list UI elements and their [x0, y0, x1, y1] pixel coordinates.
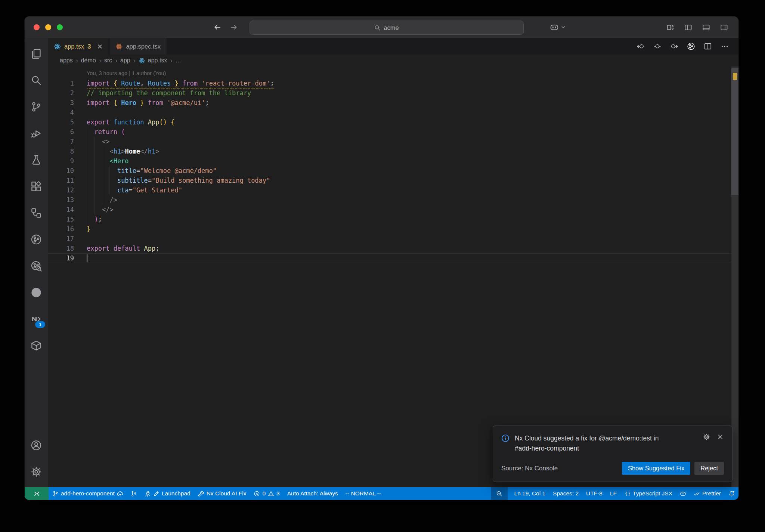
indent-guide — [102, 156, 102, 166]
activity-nx-console[interactable]: 1 — [25, 306, 48, 332]
show-suggested-fix-button[interactable]: Show Suggested Fix — [622, 462, 690, 475]
indent-guide — [87, 195, 87, 205]
vscode-window: acme 1 app.tsx3app.spec.tsx apps›demo›sr… — [25, 16, 738, 500]
minimize-window-button[interactable] — [45, 24, 51, 30]
toggle-panel-button[interactable] — [700, 21, 712, 34]
code-line-11[interactable]: 11 subtitle="Build something amazing tod… — [48, 176, 738, 185]
command-center-search[interactable]: acme — [250, 21, 524, 35]
status-git-branch[interactable]: add-hero-component — [49, 487, 127, 500]
zoom-window-button[interactable] — [57, 24, 63, 30]
line-number: 1 — [48, 78, 74, 88]
activity-manage-settings[interactable] — [25, 458, 48, 485]
status-problems[interactable]: 03 — [250, 487, 283, 500]
notification-settings-icon[interactable] — [703, 433, 710, 440]
status-gitlens-launchpad[interactable]: Launchpad — [141, 487, 194, 500]
code-text: /> — [74, 195, 117, 205]
changes-icon[interactable] — [653, 42, 662, 50]
breadcrumb-item-app[interactable]: app — [120, 57, 130, 64]
activity-accounts[interactable] — [25, 432, 48, 458]
code-text: subtitle="Build something amazing today" — [74, 176, 270, 185]
notification-close-icon[interactable] — [717, 433, 724, 440]
activity-references[interactable] — [25, 200, 48, 226]
breadcrumb-item-demo[interactable]: demo — [81, 57, 96, 64]
search-icon — [31, 75, 42, 86]
status-encoding[interactable]: UTF-8 — [582, 487, 606, 500]
code-line-10[interactable]: 10 title="Welcmoe @acme/demo" — [48, 166, 738, 176]
code-line-4[interactable]: 4 — [48, 108, 738, 117]
close-window-button[interactable] — [34, 24, 40, 30]
code-line-17[interactable]: 17 — [48, 234, 738, 244]
run-and-debug-icon — [31, 128, 42, 139]
code-line-8[interactable]: 8 <h1>Home</h1> — [48, 146, 738, 156]
previous-change-icon[interactable] — [637, 42, 645, 50]
status-vim-mode[interactable]: -- NORMAL -- — [342, 487, 385, 500]
code-line-5[interactable]: 5export function App() { — [48, 117, 738, 127]
activity-explorer[interactable] — [25, 40, 48, 67]
status-copilot[interactable] — [676, 487, 690, 500]
status-language-mode[interactable]: {}TypeScript JSX — [620, 487, 676, 500]
code-line-19[interactable]: 19 — [48, 253, 738, 263]
breadcrumb-file-label[interactable]: app.tsx — [148, 57, 167, 64]
status-auto-attach[interactable]: Auto Attach: Always — [284, 487, 342, 500]
commit-graph-graph-icon — [131, 491, 137, 497]
status-text: Spaces: 2 — [553, 490, 579, 497]
activity-edge-devtools[interactable] — [25, 279, 48, 306]
code-line-18[interactable]: 18export default App; — [48, 244, 738, 253]
forward-icon[interactable] — [230, 23, 238, 31]
code-line-15[interactable]: 15 ); — [48, 214, 738, 224]
status-notifications-bell[interactable] — [725, 487, 738, 500]
code-line-3[interactable]: 3import { Hero } from '@acme/ui'; — [48, 98, 738, 108]
info-icon — [501, 434, 510, 442]
line-number: 19 — [48, 253, 74, 263]
breadcrumb-symbol-tail[interactable]: … — [175, 57, 181, 64]
code-editor[interactable]: You, 3 hours ago | 1 author (You) 1impor… — [48, 66, 738, 487]
scrollbar-thumb[interactable] — [731, 68, 738, 195]
code-line-2[interactable]: 2// importing the component from the lib… — [48, 88, 738, 98]
status-eol[interactable]: LF — [606, 487, 620, 500]
open-source-control-graph-icon[interactable] — [687, 42, 695, 50]
traffic-lights — [34, 16, 63, 38]
status-indentation[interactable]: Spaces: 2 — [549, 487, 582, 500]
activity-run-and-debug[interactable] — [25, 120, 48, 146]
indent-guide — [94, 146, 95, 156]
code-line-16[interactable]: 16} — [48, 224, 738, 234]
toggle-primary-sidebar-button[interactable] — [682, 21, 694, 34]
activity-containers[interactable] — [25, 332, 48, 359]
activity-source-control-graph[interactable] — [25, 226, 48, 253]
status-cursor-position[interactable]: Ln 19, Col 1 — [511, 487, 549, 500]
code-line-13[interactable]: 13 /> — [48, 195, 738, 205]
status-zoom-indicator[interactable] — [491, 487, 508, 500]
manage-settings-icon — [31, 466, 42, 477]
status-formatter-prettier[interactable]: Prettier — [690, 487, 725, 500]
next-change-icon[interactable] — [670, 42, 678, 50]
copilot-menu[interactable] — [550, 16, 566, 38]
status-commit-graph[interactable] — [127, 487, 141, 500]
editor-scrollbar[interactable] — [731, 66, 738, 487]
tab-app.tsx[interactable]: app.tsx3 — [48, 38, 109, 55]
breadcrumb-item-src[interactable]: src — [104, 57, 112, 64]
breadcrumb-item-apps[interactable]: apps — [60, 57, 73, 64]
back-icon[interactable] — [213, 23, 222, 31]
copilot-copilot-icon — [680, 491, 686, 497]
activity-testing[interactable] — [25, 146, 48, 173]
status-nx-cloud-ai-fix[interactable]: Nx Cloud AI Fix — [194, 487, 250, 500]
split-editor-icon[interactable] — [704, 42, 712, 50]
toggle-secondary-sidebar-button[interactable] — [718, 21, 730, 34]
activity-extensions[interactable] — [25, 173, 48, 200]
remote-indicator[interactable] — [25, 487, 49, 500]
tab-close-icon[interactable] — [97, 43, 103, 50]
more-actions-icon[interactable] — [721, 42, 729, 50]
code-line-6[interactable]: 6 return ( — [48, 127, 738, 137]
code-line-7[interactable]: 7 <> — [48, 137, 738, 146]
reject-button[interactable]: Reject — [694, 462, 724, 475]
code-line-9[interactable]: 9 <Hero — [48, 156, 738, 166]
customize-layout-button[interactable] — [664, 21, 676, 34]
activity-source-control[interactable] — [25, 93, 48, 120]
code-line-1[interactable]: 1import { Route, Routes } from 'react-ro… — [48, 78, 738, 88]
activity-search[interactable] — [25, 67, 48, 93]
activity-gitlens-inspect[interactable] — [25, 253, 48, 279]
code-line-14[interactable]: 14 </> — [48, 205, 738, 214]
code-line-12[interactable]: 12 cta="Get Started" — [48, 185, 738, 195]
tab-app.spec.tsx[interactable]: app.spec.tsx — [109, 38, 167, 55]
breadcrumb-separator: › — [76, 57, 78, 64]
